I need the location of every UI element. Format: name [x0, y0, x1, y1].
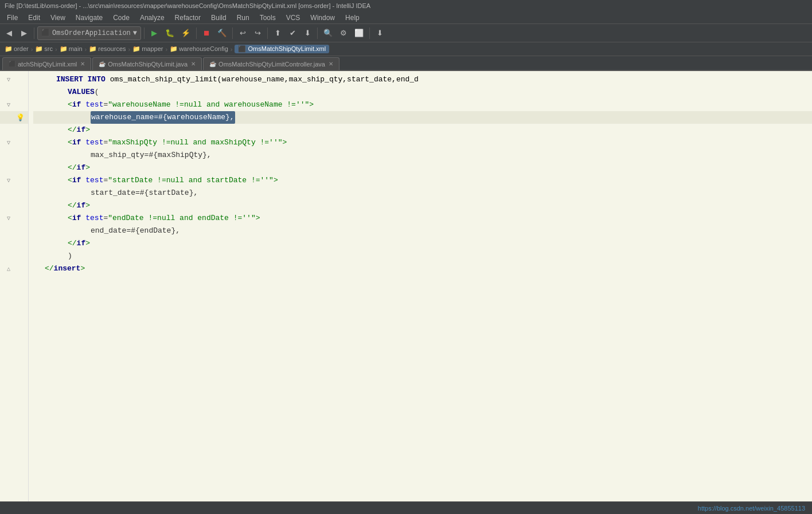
settings-button[interactable]: ⚙: [337, 26, 350, 40]
breadcrumb-main[interactable]: 📁main: [60, 45, 83, 53]
breadcrumb-file[interactable]: ⬛ OmsMatchShipQtyLimit.xml: [235, 45, 329, 53]
tab-java2[interactable]: ☕ OmsMatchShipQtyLimitController.java ✕: [203, 57, 339, 70]
layout-button[interactable]: ⬜: [352, 26, 366, 40]
code-area[interactable]: INSERT INTO oms_match_ship_qty_limit(war…: [29, 71, 812, 501]
tab-xml-close[interactable]: ✕: [80, 61, 85, 67]
code-startdate: start_date=#{startDate},: [91, 187, 198, 199]
menu-help[interactable]: Help: [341, 13, 364, 23]
fold-arrow-7: [6, 152, 11, 159]
stop-button[interactable]: ⏹: [200, 26, 213, 40]
gutter-row-8: [0, 162, 28, 174]
menu-code[interactable]: Code: [108, 13, 134, 23]
status-bar: https://blog.csdn.net/weixin_45855113: [0, 501, 812, 514]
menu-tools[interactable]: Tools: [255, 13, 280, 23]
redo-button[interactable]: ↪: [251, 26, 264, 40]
menu-analyze[interactable]: Analyze: [135, 13, 169, 23]
gutter-row-6: ▽: [0, 136, 28, 149]
build-button[interactable]: 🔨: [214, 26, 229, 40]
fold-arrow-2: [6, 89, 11, 96]
fold-arrow-6[interactable]: ▽: [6, 139, 11, 146]
file-icon-xml-breadcrumb: ⬛: [238, 45, 246, 52]
gutter-row-4: 💡: [0, 111, 28, 124]
gutter-row-10: [0, 187, 28, 199]
vcs-update-button[interactable]: ⬆: [271, 26, 284, 40]
code-line-13: end_date=#{endDate},: [33, 225, 812, 237]
back-button[interactable]: ◀: [2, 26, 16, 40]
gutter-row-11: [0, 199, 28, 212]
editor-container: ▽ ▽ 💡 ▽: [0, 71, 812, 501]
download-button[interactable]: ⬇: [373, 26, 387, 40]
tab-java2-close[interactable]: ✕: [329, 61, 333, 67]
tag-close-if-5: </: [68, 124, 77, 136]
folder-icon-resources: 📁: [89, 45, 97, 52]
dropdown-arrow-icon: ▼: [133, 29, 137, 37]
code-line-9: <if test="startDate !=null and startDate…: [33, 174, 812, 187]
folder-icon-src: 📁: [35, 45, 43, 52]
vcs-commit-button[interactable]: ✔: [286, 26, 299, 40]
bulb-icon[interactable]: 💡: [16, 113, 25, 122]
breadcrumb-order[interactable]: 📁order: [5, 45, 29, 53]
code-maxshipqty: max_ship_qty=#{maxShipQty},: [91, 149, 212, 162]
run-config-label: OmsOrderApplication: [52, 29, 131, 37]
folder-icon-warehouseconfig: 📁: [170, 45, 178, 52]
menu-view[interactable]: View: [46, 13, 70, 23]
breadcrumb-src[interactable]: 📁src: [35, 45, 53, 53]
vcs-push-button[interactable]: ⬇: [300, 26, 314, 40]
menu-run[interactable]: Run: [232, 13, 254, 23]
tab-bar: ⬛ atchShipQtyLimit.xml ✕ ☕ OmsMatchShipQ…: [0, 56, 812, 71]
fold-arrow-3[interactable]: ▽: [6, 101, 11, 108]
debug-button[interactable]: 🐛: [162, 26, 177, 40]
code-enddate: end_date=#{endDate},: [91, 225, 180, 237]
values-paren: (: [95, 86, 99, 99]
tab-java1[interactable]: ☕ OmsMatchShipQtyLimit.java ✕: [92, 57, 202, 70]
if-kw-3: if: [72, 99, 81, 111]
menu-refactor[interactable]: Refactor: [170, 13, 205, 23]
tab-xml-label: atchShipQtyLimit.xml: [18, 61, 77, 68]
gutter-row-9: ▽: [0, 174, 28, 187]
run-config-dropdown[interactable]: ⬛ OmsOrderApplication ▼: [37, 26, 141, 40]
code-line-10: start_date=#{startDate},: [33, 187, 812, 199]
gutter: ▽ ▽ 💡 ▽: [0, 71, 29, 501]
tab-java1-label: OmsMatchShipQtyLimit.java: [108, 61, 188, 68]
fold-arrow-12[interactable]: ▽: [6, 215, 11, 222]
fold-arrow-1[interactable]: ▽: [6, 76, 11, 83]
fold-arrow-9[interactable]: ▽: [6, 177, 11, 184]
fold-arrow-14: [6, 241, 11, 247]
code-line-6: <if test="maxShipQty !=null and maxShipQ…: [33, 136, 812, 149]
attr-val-3: "warehouseName !=null and warehouseName …: [108, 99, 309, 111]
find-button[interactable]: 🔍: [321, 26, 335, 40]
menu-edit[interactable]: Edit: [24, 13, 45, 23]
if-close-kw-5: if: [77, 124, 86, 136]
toolbar-sep-5: [267, 28, 268, 39]
keyword-values: VALUES: [68, 86, 95, 99]
fold-arrow-16[interactable]: △: [6, 265, 11, 272]
toolbar-sep-6: [317, 28, 318, 39]
run-button[interactable]: ▶: [147, 26, 161, 40]
menu-window[interactable]: Window: [306, 13, 339, 23]
menu-build[interactable]: Build: [206, 13, 231, 23]
code-line-3: <if test="warehouseName !=null and wareh…: [33, 99, 812, 111]
menu-vcs[interactable]: VCS: [282, 13, 305, 23]
menu-bar: File Edit View Navigate Code Analyze Ref…: [0, 11, 812, 24]
tab-xml[interactable]: ⬛ atchShipQtyLimit.xml ✕: [2, 57, 91, 70]
folder-icon-mapper: 📁: [132, 45, 140, 52]
breadcrumb-sep-1: ›: [31, 46, 33, 53]
fold-arrow-11: [6, 203, 11, 209]
breadcrumb-mapper[interactable]: 📁mapper: [132, 45, 163, 53]
gutter-row-3: ▽: [0, 99, 28, 111]
gutter-row-12: ▽: [0, 212, 28, 225]
forward-button[interactable]: ▶: [17, 26, 31, 40]
menu-navigate[interactable]: Navigate: [71, 13, 107, 23]
java-file-icon-1: ☕: [99, 61, 106, 67]
tab-java1-close[interactable]: ✕: [191, 61, 196, 67]
tag-close-3: >: [309, 99, 314, 111]
gutter-row-16: △: [0, 262, 28, 275]
breadcrumb-sep-5: ›: [165, 46, 167, 53]
code-line-16: </insert>: [33, 262, 812, 275]
breadcrumb-warehouseconfig[interactable]: 📁warehouseConfig: [170, 45, 228, 53]
undo-button[interactable]: ↩: [236, 26, 249, 40]
breadcrumb-resources[interactable]: 📁resources: [89, 45, 126, 53]
gutter-row-15: [0, 250, 28, 262]
run-coverage-button[interactable]: ⚡: [178, 26, 193, 40]
menu-file[interactable]: File: [2, 13, 22, 23]
